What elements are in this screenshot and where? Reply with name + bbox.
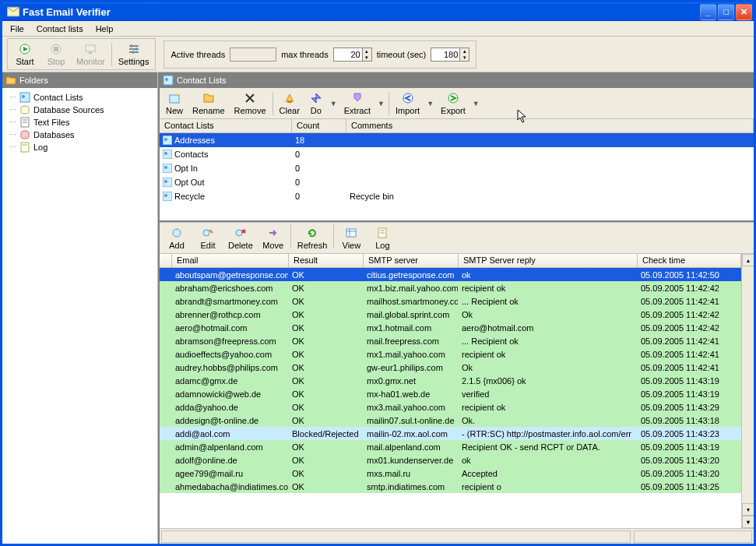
scroll-end-icon[interactable]: ▾ xyxy=(742,516,754,528)
email-row[interactable]: audrey.hobbs@philips.comOKgw-eur1.philip… xyxy=(160,361,741,374)
view-button[interactable]: View xyxy=(336,224,367,252)
svg-point-22 xyxy=(165,78,168,81)
lists-rows: Addresses18Contacts0Opt In0Opt Out0Recyc… xyxy=(160,133,754,203)
email-row[interactable]: adamnowicki@web.deOKmx-ha01.web.de verif… xyxy=(160,387,741,400)
email-row[interactable]: abramson@freepress.comOKmail.freepress.c… xyxy=(160,334,741,347)
rename-icon xyxy=(202,91,216,105)
col-result[interactable]: Result xyxy=(289,254,364,267)
do-button[interactable]: Do xyxy=(304,90,328,117)
main-toolbar: Start Stop Monitor Settings Active threa… xyxy=(2,37,754,72)
tree-item-text-files[interactable]: ⋯ Text Files xyxy=(4,116,156,129)
clear-icon xyxy=(283,91,297,105)
email-row[interactable]: adamc@gmx.deOKmx0.gmx.net2.1.5 {mx006} o… xyxy=(160,374,741,387)
folder-tree: ⋯ Contact Lists ⋯ Database Sources ⋯ Tex… xyxy=(2,88,157,544)
svg-rect-40 xyxy=(346,229,356,237)
col-email[interactable]: Email xyxy=(172,254,289,267)
stop-button[interactable]: Stop xyxy=(40,41,72,68)
email-row[interactable]: abrandt@smartmoney.comOKmailhost.smartmo… xyxy=(160,294,741,308)
new-icon xyxy=(167,91,181,105)
menu-contact-lists[interactable]: Contact lists xyxy=(30,23,90,35)
dropdown-arrow-icon[interactable]: ▼ xyxy=(375,100,387,107)
scroll-down-icon[interactable]: ▾ xyxy=(742,503,754,516)
list-row[interactable]: Contacts0 xyxy=(160,147,754,161)
rename-button[interactable]: Rename xyxy=(188,90,230,117)
tree-item-databases[interactable]: ⋯ Databases xyxy=(4,129,156,141)
email-row[interactable]: agee799@mail.ruOKmxs.mail.ruAccepted05.0… xyxy=(160,467,741,480)
tree-item-log[interactable]: ⋯ Log xyxy=(4,141,156,153)
email-row[interactable]: abraham@ericshoes.comOKmx1.biz.mail.yaho… xyxy=(160,281,741,294)
delete-button[interactable]: Delete xyxy=(223,224,258,252)
timeout-input[interactable] xyxy=(431,48,459,61)
log-button[interactable]: Log xyxy=(367,224,398,252)
list-row[interactable]: Recycle0Recycle bin xyxy=(160,189,754,203)
email-row[interactable]: addi@aol.comBlocked/Rejectedmailin-02.mx… xyxy=(160,427,741,440)
list-row[interactable]: Opt In0 xyxy=(160,161,754,175)
svg-rect-21 xyxy=(164,76,173,85)
settings-button[interactable]: Settings xyxy=(114,41,154,68)
maximize-button[interactable]: □ xyxy=(718,4,734,20)
col-contact-lists[interactable]: Contact Lists xyxy=(160,119,292,132)
max-threads-input[interactable] xyxy=(334,48,362,61)
spin-down-icon[interactable]: ▾ xyxy=(459,55,469,61)
active-threads-input[interactable] xyxy=(230,48,276,62)
new-button[interactable]: New xyxy=(161,90,188,117)
scroll-up-icon[interactable]: ▴ xyxy=(742,254,754,266)
email-row[interactable]: adda@yahoo.deOKmx3.mail.yahoo.comrecipie… xyxy=(160,400,741,414)
dropdown-arrow-icon[interactable]: ▼ xyxy=(328,100,339,107)
export-button[interactable]: Export xyxy=(436,90,470,117)
svg-rect-35 xyxy=(163,192,172,201)
col-smtp[interactable]: SMTP server xyxy=(364,254,459,267)
extract-button[interactable]: Extract xyxy=(339,90,375,117)
edit-button[interactable]: Edit xyxy=(192,224,223,252)
move-icon xyxy=(266,226,280,240)
list-row[interactable]: Opt Out0 xyxy=(160,175,754,189)
titlebar[interactable]: Fast Email Verifier _ □ ✕ xyxy=(2,2,754,21)
refresh-button[interactable]: Refresh xyxy=(293,224,332,252)
remove-button[interactable]: Remove xyxy=(230,90,271,117)
spin-down-icon[interactable]: ▾ xyxy=(362,55,371,61)
database-sources-icon xyxy=(19,104,30,115)
menu-help[interactable]: Help xyxy=(90,23,120,35)
timeout-spinbox[interactable]: ▴▾ xyxy=(431,48,469,62)
email-row[interactable]: addesign@t-online.deOKmailin07.sul.t-onl… xyxy=(160,414,741,427)
svg-point-38 xyxy=(203,230,209,236)
svg-point-36 xyxy=(164,194,167,197)
add-button[interactable]: Add xyxy=(161,224,192,252)
tree-item-contact-lists[interactable]: ⋯ Contact Lists xyxy=(4,91,156,104)
dropdown-arrow-icon[interactable]: ▼ xyxy=(470,100,482,107)
email-row[interactable]: admin@alpenland.comOKmail.alpenland.comR… xyxy=(160,440,741,453)
col-comments[interactable]: Comments xyxy=(346,119,754,132)
edit-icon xyxy=(201,226,215,240)
start-button[interactable]: Start xyxy=(9,41,40,68)
import-button[interactable]: Import xyxy=(391,90,424,117)
refresh-icon xyxy=(305,226,319,240)
list-row[interactable]: Addresses18 xyxy=(160,133,754,147)
tree-item-database-sources[interactable]: ⋯ Database Sources xyxy=(4,104,156,116)
email-row[interactable]: aboutspam@getresponse.comOKcitius.getres… xyxy=(160,268,741,281)
delete-icon xyxy=(234,226,248,240)
clear-button[interactable]: Clear xyxy=(275,90,304,117)
col-time[interactable]: Check time xyxy=(638,254,741,267)
svg-rect-6 xyxy=(129,48,139,50)
col-reply[interactable]: SMTP Server reply xyxy=(459,254,638,267)
timeout-label: timeout (sec) xyxy=(377,50,427,59)
max-threads-spinbox[interactable]: ▴▾ xyxy=(333,48,372,62)
emails-scrollbar[interactable]: ▴ ▾ ▾ xyxy=(741,254,754,528)
spin-up-icon[interactable]: ▴ xyxy=(362,48,371,55)
monitor-button[interactable]: Monitor xyxy=(72,41,110,68)
email-row[interactable]: aero@hotmail.comOKmx1.hotmail.comaero@ho… xyxy=(160,321,741,334)
dropdown-arrow-icon[interactable]: ▼ xyxy=(424,100,436,107)
email-row[interactable]: ahmedabacha@indiatimes.comOKsmtp.indiati… xyxy=(160,480,741,493)
email-row[interactable]: audioeffects@yahoo.comOKmx1.mail.yahoo.c… xyxy=(160,347,741,361)
spin-up-icon[interactable]: ▴ xyxy=(459,48,469,55)
email-row[interactable]: adolf@online.deOKmx01.kundenserver.de ok… xyxy=(160,453,741,467)
menu-file[interactable]: File xyxy=(4,23,30,35)
move-button[interactable]: Move xyxy=(258,224,289,252)
list-item-icon xyxy=(163,164,172,173)
minimize-button[interactable]: _ xyxy=(700,4,716,20)
col-count[interactable]: Count xyxy=(292,119,346,132)
max-threads-label: max threads xyxy=(281,50,329,59)
close-button[interactable]: ✕ xyxy=(736,4,752,20)
app-icon xyxy=(7,5,19,18)
email-row[interactable]: abrenner@rothcp.comOKmail.global.sprint.… xyxy=(160,308,741,321)
